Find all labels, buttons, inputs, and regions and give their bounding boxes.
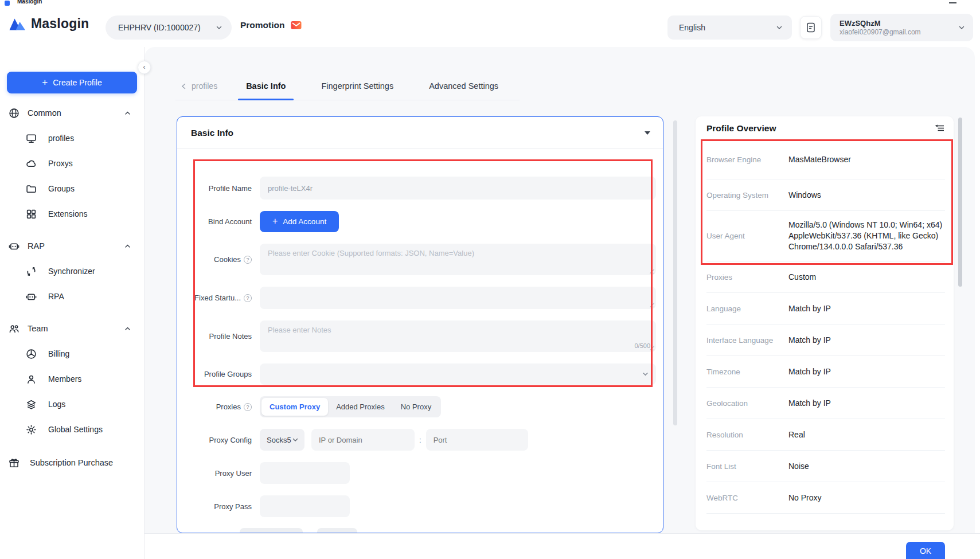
user-account-dropdown[interactable]: EWzSQhzM xiaofei020907@gmail.com xyxy=(830,14,973,41)
sidebar-item-synchronizer[interactable]: Synchronizer xyxy=(0,259,144,284)
tab-basic-info[interactable]: Basic Info xyxy=(240,77,291,95)
plus-icon: + xyxy=(42,77,48,87)
profile-name-input[interactable] xyxy=(260,177,656,200)
proxy-tab-none[interactable]: No Proxy xyxy=(393,398,439,416)
overview-row-label: Language xyxy=(706,304,788,313)
breadcrumb-back[interactable]: profiles xyxy=(180,81,217,91)
sidebar-item-label: Logs xyxy=(48,400,65,409)
notes-textarea-wrap: 0/500 xyxy=(260,320,656,352)
profile-groups-select[interactable] xyxy=(260,363,656,385)
proxy-host-input[interactable] xyxy=(311,429,415,451)
proxy-type-value: Socks5 xyxy=(267,436,291,444)
billing-wheel-icon xyxy=(25,348,37,359)
collapse-caret-icon[interactable] xyxy=(645,131,650,135)
proxy-mode-segmented: Custom Proxy Added Proxies No Proxy xyxy=(260,396,441,417)
overview-row-value: Custom xyxy=(788,272,945,283)
sidebar-item-rpa[interactable]: RPA xyxy=(0,284,144,309)
sidebar-item-proxys[interactable]: Proxys xyxy=(0,151,144,176)
fixed-startup-textarea[interactable] xyxy=(260,287,656,309)
tabs-divider xyxy=(175,100,520,100)
proxy-tab-custom[interactable]: Custom Proxy xyxy=(261,398,328,416)
tabs-bar: profiles Basic Info Fingerprint Settings… xyxy=(180,77,528,95)
overview-row-label: Operating System xyxy=(706,191,788,200)
sidebar-item-global-settings[interactable]: Global Settings xyxy=(0,417,144,442)
overview-rows: Browser Engine MasMateBrowser Operating … xyxy=(696,140,954,514)
proxy-config-label: Proxy Config xyxy=(177,436,252,444)
proxy-type-select[interactable]: Socks5 xyxy=(260,429,304,451)
sidebar-section-common[interactable]: Common xyxy=(0,100,144,126)
sidebar-item-subscription-purchase[interactable]: Subscription Purchase xyxy=(0,450,144,475)
tab-label: Fingerprint Settings xyxy=(321,81,393,91)
overview-row-value: Noise xyxy=(788,461,945,472)
sidebar-item-label: Members xyxy=(48,374,81,384)
overview-row-label: Browser Engine xyxy=(706,155,788,164)
sidebar-item-groups[interactable]: Groups xyxy=(0,176,144,201)
notes-textarea[interactable] xyxy=(260,320,656,352)
tab-advanced-settings[interactable]: Advanced Settings xyxy=(423,77,504,95)
sidebar-item-extensions[interactable]: Extensions xyxy=(0,201,144,226)
fixed-startup-label: Fixed Startu...? xyxy=(177,294,252,302)
help-icon[interactable]: ? xyxy=(244,403,252,411)
promotion-link[interactable]: Promotion xyxy=(240,20,302,30)
promotion-gift-icon xyxy=(291,21,302,30)
overview-scrollbar[interactable] xyxy=(958,118,962,287)
overview-row-value: Match by IP xyxy=(788,366,945,377)
ok-button[interactable]: OK xyxy=(906,542,945,559)
language-dropdown[interactable]: English xyxy=(667,15,792,40)
cloud-icon xyxy=(25,158,37,169)
workspace-dropdown[interactable]: EHPHRV (ID:1000027) xyxy=(106,15,232,40)
user-info: EWzSQhzM xiaofei020907@gmail.com xyxy=(840,19,958,37)
basic-info-card: Basic Info Profile Name Bind Account + A xyxy=(177,116,663,533)
create-profile-button[interactable]: + Create Profile xyxy=(7,72,137,93)
footer-bar: OK xyxy=(145,533,980,559)
chevron-down-icon xyxy=(216,24,222,31)
profile-notes-row: Profile Notes 0/500 xyxy=(177,320,650,352)
proxy-tab-added[interactable]: Added Proxies xyxy=(328,398,393,416)
profile-overview-card: Profile Overview Browser Engine MasMateB… xyxy=(696,116,954,530)
sidebar-item-label: Synchronizer xyxy=(48,267,95,276)
tab-fingerprint-settings[interactable]: Fingerprint Settings xyxy=(315,77,399,95)
overview-row-label: Font List xyxy=(706,462,788,471)
overview-row-value: Real xyxy=(788,429,945,440)
sidebar-section-team[interactable]: Team xyxy=(0,316,144,341)
sidebar-item-members[interactable]: Members xyxy=(0,366,144,392)
basic-info-card-header[interactable]: Basic Info xyxy=(177,117,663,149)
cookies-textarea[interactable] xyxy=(260,244,656,275)
main-content: profiles Basic Info Fingerprint Settings… xyxy=(145,47,975,533)
add-account-button[interactable]: + Add Account xyxy=(260,211,339,232)
overview-row: Operating System Windows xyxy=(706,179,945,211)
app-window: Maslogin Maslogin EHPHRV (ID:1000027) Pr… xyxy=(0,0,980,559)
promotion-label: Promotion xyxy=(240,20,285,30)
proxy-user-input[interactable] xyxy=(260,462,350,484)
proxy-user-label: Proxy User xyxy=(177,469,252,478)
form-scrollbar[interactable] xyxy=(673,120,677,425)
sidebar-item-billing[interactable]: Billing xyxy=(0,341,144,366)
proxy-port-input[interactable] xyxy=(426,429,528,451)
person-icon xyxy=(25,373,37,385)
notes-counter: 0/500 xyxy=(634,342,650,349)
tab-label: Basic Info xyxy=(246,81,286,91)
help-icon[interactable]: ? xyxy=(244,294,252,302)
clipped-control xyxy=(240,528,303,533)
chevron-up-icon xyxy=(124,110,131,117)
sidebar-collapse-button[interactable]: ‹ xyxy=(138,61,151,74)
host-port-separator: : xyxy=(419,436,421,444)
overview-options-icon[interactable] xyxy=(935,124,944,132)
help-icon[interactable]: ? xyxy=(244,256,252,264)
brand-name: Maslogin xyxy=(31,16,89,32)
profile-name-row: Profile Name xyxy=(177,177,650,200)
chevron-down-icon xyxy=(776,24,783,31)
window-title: Maslogin xyxy=(17,0,42,5)
gift-icon xyxy=(8,457,19,468)
profile-notes-label: Profile Notes xyxy=(177,332,252,341)
cookies-textarea-wrap xyxy=(260,244,656,275)
proxy-pass-input[interactable] xyxy=(260,495,350,517)
sidebar-section-label: Common xyxy=(28,108,61,118)
sidebar-item-profiles[interactable]: profiles xyxy=(0,126,144,151)
docs-button[interactable] xyxy=(800,16,822,39)
sidebar-item-logs[interactable]: Logs xyxy=(0,392,144,417)
workspace-name: EHPHRV (ID:1000027) xyxy=(118,23,201,32)
sidebar-section-rap[interactable]: RAP xyxy=(0,233,144,259)
minimize-icon[interactable] xyxy=(949,2,956,3)
monitor-icon xyxy=(25,132,37,144)
